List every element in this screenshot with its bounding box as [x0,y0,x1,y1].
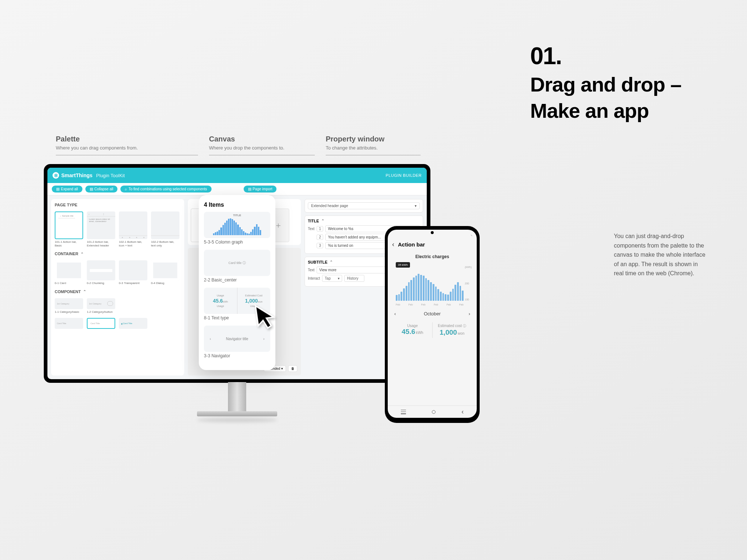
prev-month-button[interactable]: ‹ [394,311,396,316]
caret-down-icon: ▾ [281,367,283,370]
info-icon: ⓘ [463,324,466,328]
hero-title-2: Make an app [530,100,681,122]
palette-item[interactable]: ‹⋮Lorem ipsum dolor sit amet, consectetu… [87,211,115,247]
chevron-left-icon: ‹ [210,337,211,341]
screen-title: Action bar [398,241,425,248]
brand-label: SmartThings [61,172,93,178]
back-icon: ‹ [60,215,61,217]
import-icon: ▤ [248,187,251,191]
page-import-button[interactable]: ▤Page import [244,186,277,192]
kpi-value: 1,000 [440,328,457,336]
chevron-up-icon: ⌃ [321,219,324,223]
container-section[interactable]: CONTAINER⌃ [55,252,181,256]
props-heading: Property window [326,135,421,143]
bar-chart: 35 kWh (kWh)200100 FebFebFebFebFebFeb [393,262,472,306]
palette-item[interactable]: 0-2 Chunking [87,260,115,285]
hero-title-1: Drag and drop – [530,73,681,96]
phone-frame: ◟ ‹ Action bar Electric charges 35 kWh (… [385,226,480,423]
palette-item[interactable]: 0-3 Transparent [119,260,147,285]
palette-subheading: Where you can drag components from. [56,145,198,151]
title-section-toggle[interactable]: TITLE⌃ [308,219,420,223]
delete-button[interactable]: 🗑 [288,365,297,372]
chevron-right-icon: › [263,337,264,341]
android-nav-bar: ‹ [388,405,477,418]
month-label: October [424,311,441,316]
caret-down-icon: ▾ [415,204,417,208]
palette-panel: PAGE TYPE ‹Sample title 101-1 Action bar… [51,199,184,376]
palette-item[interactable]: 1st Category 1-2 Category/button [87,298,115,314]
canvas-subheading: Where you drop the components to. [209,145,315,151]
palette-item[interactable]: Card Title [87,318,115,329]
description-text: You can just drag-and-drop components fr… [614,232,709,278]
palette-item[interactable]: 102-2 Bottom tab, text only [151,211,179,247]
wifi-icon: ◟ [471,232,472,236]
palette-item[interactable]: ◐ Card Title [119,318,147,329]
logo-icon: ✲ [53,172,59,179]
page-title: PLUGIN BUILDER [386,173,422,178]
info-icon: ⓘ [243,261,246,265]
chevron-up-icon: ⌃ [81,252,84,256]
trash-icon: 🗑 [291,367,294,370]
monitor-stand [197,382,277,433]
component-section[interactable]: COMPONENT⌃ [55,289,181,294]
recent-apps-button[interactable] [401,410,406,414]
expand-icon: ▤ [56,187,59,191]
page-select[interactable]: Extended header page▾ [308,202,420,209]
history-select[interactable]: History [344,275,364,282]
chevron-up-icon: ⌃ [83,289,86,293]
plus-icon: ＋ [274,220,282,231]
home-button[interactable] [432,410,436,414]
expand-all-button[interactable]: ▤Expand all [52,186,82,192]
palette-item[interactable]: 1st Category1-1 Category/basic [55,298,83,314]
caret-down-icon: ▾ [338,276,340,280]
search-icon: ⌕ [125,187,127,191]
canvas-heading: Canvas [209,135,315,143]
next-month-button[interactable]: › [469,311,470,316]
chart-tooltip: 35 kWh [396,262,410,268]
chevron-up-icon: ⌃ [330,260,333,264]
float-item[interactable]: TITLE 5-3-5 Colomn graph [204,212,270,245]
palette-item[interactable]: Card Title [55,318,83,329]
palette-item[interactable]: 0-4 Dialog [151,260,179,285]
cursor-icon [253,301,279,333]
app-bar: ✲ SmartThings Plugin ToolKit PLUGIN BUIL… [47,168,427,183]
props-subheading: To change the attributes. [326,145,421,151]
drag-preview-list: 4 Items TITLE 5-3-5 Colomn graph Card ti… [199,195,275,370]
collapse-icon: ▤ [90,187,93,191]
kpi-value: 45.6 [402,328,415,335]
hero-number: 01. [530,42,681,70]
page-type-section[interactable]: PAGE TYPE [55,203,181,207]
palette-item[interactable]: 102-1 Bottom tab, icon + text [119,211,147,247]
back-button[interactable]: ‹ [461,408,464,416]
collapse-all-button[interactable]: ▤Collapse all [85,186,118,192]
kpi-label: Estimated cost ⓘ [434,324,471,328]
palette-heading: Palette [56,135,198,143]
search-combinations-button[interactable]: ⌕To find combinations using selected com… [120,186,211,192]
interact-select[interactable]: Tap▾ [322,275,342,282]
palette-item[interactable]: ‹Sample title 101-1 Action bar, Basic [55,211,83,247]
float-item[interactable]: Card title ⓘ 2-2 Basic_center [204,250,270,283]
kpi-label: Usage [394,324,431,328]
back-button[interactable]: ‹ [392,241,394,248]
palette-item[interactable]: 0-1 Card [55,260,83,285]
chart-title: Electric charges [393,254,472,259]
float-title: 4 Items [204,202,270,208]
brand-subtitle: Plugin ToolKit [96,173,125,178]
